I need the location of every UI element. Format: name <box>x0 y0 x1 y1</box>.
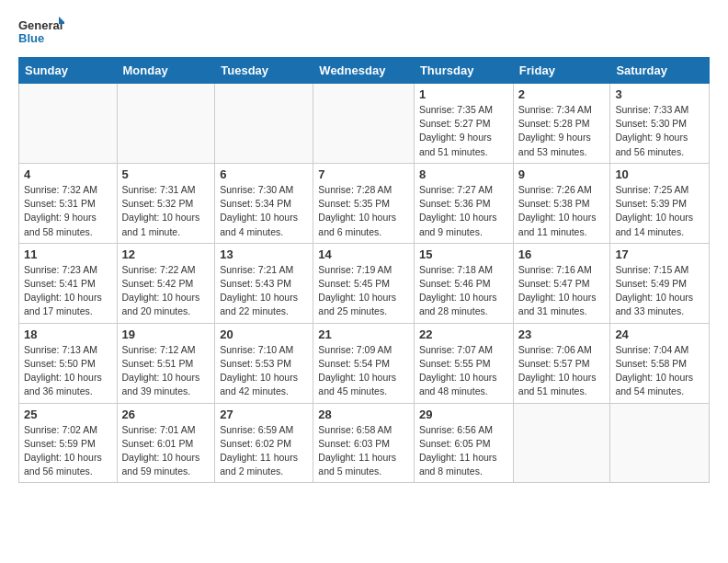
weekday-header-sunday: Sunday <box>19 58 118 84</box>
day-number: 26 <box>122 408 210 421</box>
day-info: Sunrise: 7:21 AM Sunset: 5:43 PM Dayligh… <box>220 263 308 319</box>
day-info: Sunrise: 7:13 AM Sunset: 5:50 PM Dayligh… <box>24 343 112 399</box>
calendar-cell: 21Sunrise: 7:09 AM Sunset: 5:54 PM Dayli… <box>313 323 415 403</box>
day-info: Sunrise: 7:26 AM Sunset: 5:38 PM Dayligh… <box>518 183 606 239</box>
day-number: 2 <box>518 87 606 101</box>
day-info: Sunrise: 7:18 AM Sunset: 5:46 PM Dayligh… <box>419 263 508 319</box>
day-info: Sunrise: 7:02 AM Sunset: 5:59 PM Dayligh… <box>24 423 112 479</box>
day-number: 21 <box>318 327 409 341</box>
day-number: 1 <box>419 87 508 101</box>
calendar-week-row-5: 25Sunrise: 7:02 AM Sunset: 5:59 PM Dayli… <box>19 403 710 483</box>
logo-svg: General Blue <box>18 15 64 50</box>
day-number: 19 <box>122 327 210 341</box>
calendar-cell <box>215 84 313 164</box>
calendar-cell: 27Sunrise: 6:59 AM Sunset: 6:02 PM Dayli… <box>215 403 313 483</box>
weekday-header-saturday: Saturday <box>610 58 710 84</box>
day-number: 15 <box>419 247 508 261</box>
day-number: 17 <box>615 247 704 261</box>
calendar-cell <box>610 403 710 483</box>
calendar-cell: 23Sunrise: 7:06 AM Sunset: 5:57 PM Dayli… <box>513 323 610 403</box>
day-info: Sunrise: 7:04 AM Sunset: 5:58 PM Dayligh… <box>615 343 704 399</box>
calendar-cell: 10Sunrise: 7:25 AM Sunset: 5:39 PM Dayli… <box>610 163 710 243</box>
day-number: 27 <box>220 408 308 421</box>
calendar-cell: 26Sunrise: 7:01 AM Sunset: 6:01 PM Dayli… <box>117 403 215 483</box>
calendar-cell: 28Sunrise: 6:58 AM Sunset: 6:03 PM Dayli… <box>313 403 415 483</box>
day-number: 24 <box>615 327 704 341</box>
day-info: Sunrise: 7:06 AM Sunset: 5:57 PM Dayligh… <box>518 343 606 399</box>
day-number: 28 <box>318 408 409 421</box>
day-number: 5 <box>122 167 210 181</box>
calendar-cell: 13Sunrise: 7:21 AM Sunset: 5:43 PM Dayli… <box>215 243 313 323</box>
calendar-week-row-4: 18Sunrise: 7:13 AM Sunset: 5:50 PM Dayli… <box>19 323 710 403</box>
calendar-cell: 17Sunrise: 7:15 AM Sunset: 5:49 PM Dayli… <box>610 243 710 323</box>
calendar-table: SundayMondayTuesdayWednesdayThursdayFrid… <box>18 57 710 483</box>
day-number: 3 <box>615 87 704 101</box>
day-info: Sunrise: 7:19 AM Sunset: 5:45 PM Dayligh… <box>318 263 409 319</box>
day-info: Sunrise: 7:12 AM Sunset: 5:51 PM Dayligh… <box>122 343 210 399</box>
day-info: Sunrise: 6:58 AM Sunset: 6:03 PM Dayligh… <box>318 423 409 479</box>
day-number: 7 <box>318 167 409 181</box>
day-info: Sunrise: 7:25 AM Sunset: 5:39 PM Dayligh… <box>615 183 704 239</box>
svg-text:General: General <box>18 18 63 32</box>
day-info: Sunrise: 7:15 AM Sunset: 5:49 PM Dayligh… <box>615 263 704 319</box>
calendar-cell: 5Sunrise: 7:31 AM Sunset: 5:32 PM Daylig… <box>117 163 215 243</box>
day-number: 29 <box>419 408 508 421</box>
calendar-cell: 19Sunrise: 7:12 AM Sunset: 5:51 PM Dayli… <box>117 323 215 403</box>
day-number: 22 <box>419 327 508 341</box>
calendar-cell: 12Sunrise: 7:22 AM Sunset: 5:42 PM Dayli… <box>117 243 215 323</box>
day-info: Sunrise: 7:27 AM Sunset: 5:36 PM Dayligh… <box>419 183 508 239</box>
calendar-cell: 18Sunrise: 7:13 AM Sunset: 5:50 PM Dayli… <box>19 323 118 403</box>
day-number: 23 <box>518 327 606 341</box>
calendar-week-row-2: 4Sunrise: 7:32 AM Sunset: 5:31 PM Daylig… <box>19 163 710 243</box>
day-info: Sunrise: 7:10 AM Sunset: 5:53 PM Dayligh… <box>220 343 308 399</box>
day-number: 6 <box>220 167 308 181</box>
calendar-week-row-1: 1Sunrise: 7:35 AM Sunset: 5:27 PM Daylig… <box>19 84 710 164</box>
calendar-cell: 11Sunrise: 7:23 AM Sunset: 5:41 PM Dayli… <box>19 243 118 323</box>
calendar-cell: 7Sunrise: 7:28 AM Sunset: 5:35 PM Daylig… <box>313 163 415 243</box>
weekday-header-monday: Monday <box>117 58 215 84</box>
day-number: 13 <box>220 247 308 261</box>
day-number: 20 <box>220 327 308 341</box>
day-info: Sunrise: 7:31 AM Sunset: 5:32 PM Dayligh… <box>122 183 210 239</box>
weekday-header-tuesday: Tuesday <box>215 58 313 84</box>
day-info: Sunrise: 7:30 AM Sunset: 5:34 PM Dayligh… <box>220 183 308 239</box>
logo: General Blue <box>18 15 64 50</box>
weekday-header-friday: Friday <box>513 58 610 84</box>
day-info: Sunrise: 7:01 AM Sunset: 6:01 PM Dayligh… <box>122 423 210 479</box>
calendar-cell: 29Sunrise: 6:56 AM Sunset: 6:05 PM Dayli… <box>414 403 513 483</box>
calendar-cell: 16Sunrise: 7:16 AM Sunset: 5:47 PM Dayli… <box>513 243 610 323</box>
day-number: 4 <box>24 167 112 181</box>
day-number: 16 <box>518 247 606 261</box>
calendar-cell <box>117 84 215 164</box>
day-info: Sunrise: 7:09 AM Sunset: 5:54 PM Dayligh… <box>318 343 409 399</box>
calendar-cell: 22Sunrise: 7:07 AM Sunset: 5:55 PM Dayli… <box>414 323 513 403</box>
svg-text:Blue: Blue <box>18 31 44 45</box>
calendar-cell: 4Sunrise: 7:32 AM Sunset: 5:31 PM Daylig… <box>19 163 118 243</box>
weekday-header-wednesday: Wednesday <box>313 58 415 84</box>
calendar-cell: 3Sunrise: 7:33 AM Sunset: 5:30 PM Daylig… <box>610 84 710 164</box>
calendar-cell: 1Sunrise: 7:35 AM Sunset: 5:27 PM Daylig… <box>414 84 513 164</box>
day-number: 11 <box>24 247 112 261</box>
day-info: Sunrise: 7:07 AM Sunset: 5:55 PM Dayligh… <box>419 343 508 399</box>
calendar-cell: 14Sunrise: 7:19 AM Sunset: 5:45 PM Dayli… <box>313 243 415 323</box>
day-info: Sunrise: 7:23 AM Sunset: 5:41 PM Dayligh… <box>24 263 112 319</box>
calendar-cell: 9Sunrise: 7:26 AM Sunset: 5:38 PM Daylig… <box>513 163 610 243</box>
calendar-week-row-3: 11Sunrise: 7:23 AM Sunset: 5:41 PM Dayli… <box>19 243 710 323</box>
day-number: 14 <box>318 247 409 261</box>
calendar-cell: 25Sunrise: 7:02 AM Sunset: 5:59 PM Dayli… <box>19 403 118 483</box>
weekday-header-thursday: Thursday <box>414 58 513 84</box>
calendar-cell: 6Sunrise: 7:30 AM Sunset: 5:34 PM Daylig… <box>215 163 313 243</box>
calendar-cell <box>313 84 415 164</box>
day-info: Sunrise: 6:59 AM Sunset: 6:02 PM Dayligh… <box>220 423 308 479</box>
calendar-cell: 8Sunrise: 7:27 AM Sunset: 5:36 PM Daylig… <box>414 163 513 243</box>
day-info: Sunrise: 7:35 AM Sunset: 5:27 PM Dayligh… <box>419 103 508 159</box>
calendar-cell: 20Sunrise: 7:10 AM Sunset: 5:53 PM Dayli… <box>215 323 313 403</box>
calendar-cell <box>19 84 118 164</box>
day-number: 18 <box>24 327 112 341</box>
day-number: 25 <box>24 408 112 421</box>
calendar-cell: 24Sunrise: 7:04 AM Sunset: 5:58 PM Dayli… <box>610 323 710 403</box>
day-number: 8 <box>419 167 508 181</box>
day-info: Sunrise: 7:28 AM Sunset: 5:35 PM Dayligh… <box>318 183 409 239</box>
day-info: Sunrise: 7:34 AM Sunset: 5:28 PM Dayligh… <box>518 103 606 159</box>
calendar-cell: 2Sunrise: 7:34 AM Sunset: 5:28 PM Daylig… <box>513 84 610 164</box>
